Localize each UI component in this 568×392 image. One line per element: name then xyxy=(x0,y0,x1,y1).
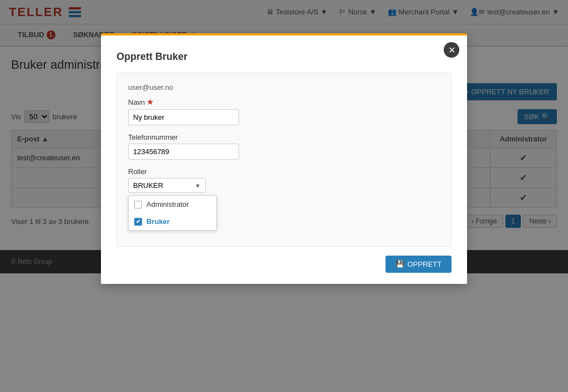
roles-selected-label: BRUKER xyxy=(133,181,195,190)
modal-footer: 💾 OPPRETT xyxy=(116,256,452,273)
required-star: ★ xyxy=(146,97,154,107)
create-icon: 💾 xyxy=(395,260,404,268)
roles-chevron-icon: ▼ xyxy=(195,182,201,189)
roles-label: Roller xyxy=(128,167,440,176)
phone-input[interactable] xyxy=(128,144,239,160)
modal-close-button[interactable]: ✕ xyxy=(444,42,459,58)
name-field-group: Navn ★ xyxy=(128,97,440,125)
roles-dropdown-trigger[interactable]: BRUKER ▼ xyxy=(128,178,206,193)
admin-checkbox xyxy=(134,201,142,208)
phone-field-group: Telefonnummer xyxy=(128,133,440,160)
roles-field-group: Roller BRUKER ▼ Administrator ✔ Bruker xyxy=(128,167,440,231)
name-input[interactable] xyxy=(128,109,239,125)
modal-title: Opprett Bruker xyxy=(116,51,452,63)
phone-label: Telefonnummer xyxy=(128,133,440,141)
admin-option-label: Administrator xyxy=(146,200,189,208)
option-administrator[interactable]: Administrator xyxy=(129,196,216,213)
bruker-checkbox: ✔ xyxy=(134,218,142,226)
create-submit-button[interactable]: 💾 OPPRETT xyxy=(386,256,452,273)
name-label: Navn ★ xyxy=(128,97,440,107)
modal-body: user@user.no Navn ★ Telefonnummer Roller… xyxy=(116,73,452,247)
create-label: OPPRETT xyxy=(408,260,442,268)
bruker-option-label: Bruker xyxy=(146,217,170,226)
roles-dropdown: Administrator ✔ Bruker xyxy=(128,195,217,231)
roles-select-wrapper: BRUKER ▼ xyxy=(128,178,206,193)
modal-overlay: ✕ Opprett Bruker user@user.no Navn ★ Tel… xyxy=(0,0,568,273)
modal: ✕ Opprett Bruker user@user.no Navn ★ Tel… xyxy=(101,33,467,273)
modal-email-display: user@user.no xyxy=(128,83,440,91)
option-bruker[interactable]: ✔ Bruker xyxy=(129,213,216,230)
